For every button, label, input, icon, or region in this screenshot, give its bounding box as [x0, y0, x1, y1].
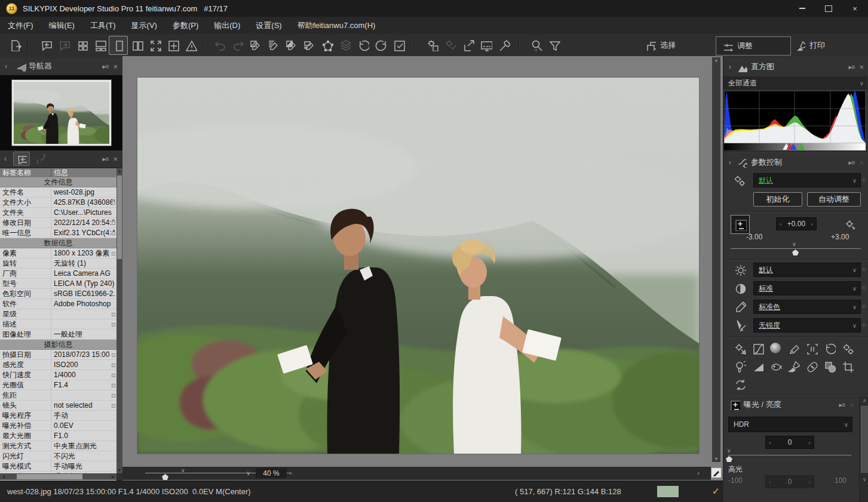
viewer-vertical-scrollbar[interactable]: ▲ ▼	[712, 57, 720, 462]
close-button[interactable]: ×	[842, 0, 868, 17]
partial-correction-button[interactable]	[282, 36, 300, 54]
menu-help[interactable]: 帮助feitianwu7.com(H)	[290, 20, 384, 31]
marker-tool-button[interactable]	[786, 340, 801, 356]
scroll-down-icon[interactable]: ▼	[712, 456, 720, 462]
exposure-bias-button[interactable]	[731, 215, 750, 234]
panel-close-icon[interactable]: ×	[113, 155, 118, 164]
hdr-spinner[interactable]: ‹ 0 ›	[765, 436, 814, 449]
spin-left-icon[interactable]: ‹	[766, 439, 774, 446]
panel-menu-icon[interactable]: ▸≡	[102, 155, 108, 163]
panel-menu-icon[interactable]: ▸≡	[839, 401, 845, 409]
fisheye-button[interactable]	[768, 358, 783, 374]
share-button[interactable]	[459, 36, 477, 54]
menu-tools[interactable]: 工具(T)	[82, 20, 124, 31]
hdr-slider-track[interactable]	[728, 455, 851, 455]
dodge-tool-button[interactable]	[732, 340, 747, 356]
highlight-spinner[interactable]: ‹ 0 ›	[765, 475, 814, 488]
panel-vertical-scrollbar[interactable]: ∧ ∨	[859, 396, 868, 502]
sharpness-select[interactable]: 无锐度 ∨	[753, 318, 861, 332]
scrollbar-thumb[interactable]	[117, 175, 122, 259]
scroll-up-icon[interactable]: ∧	[860, 398, 868, 404]
patch-tool-button[interactable]	[803, 358, 819, 374]
white-balance-select[interactable]: 默认 ∨	[753, 263, 861, 277]
collapse-right-icon[interactable]: ›	[723, 63, 737, 71]
hdr-slider-handle[interactable]	[726, 456, 732, 462]
export-button[interactable]	[6, 36, 24, 54]
print-mode-button[interactable]: 打印	[795, 36, 825, 54]
collapse-right-icon[interactable]: ›	[723, 158, 737, 167]
exposure-auto-icon[interactable]	[842, 216, 857, 232]
apply-params-button[interactable]	[441, 36, 459, 54]
collapse-left-icon[interactable]: ‹	[0, 155, 11, 163]
spin-right-icon[interactable]: ›	[805, 478, 814, 485]
text-frame-button[interactable]	[803, 340, 819, 356]
main-photo[interactable]	[137, 78, 699, 454]
scroll-up-icon[interactable]: ▲	[712, 57, 720, 63]
auto-adjust-button[interactable]: 自动调整	[807, 192, 861, 207]
zoom-slider-handle[interactable]	[162, 474, 168, 480]
crop-tool-button[interactable]	[839, 358, 855, 374]
preset-add-icon[interactable]: +	[861, 175, 866, 184]
polygon-select-button[interactable]	[318, 36, 336, 54]
menu-params[interactable]: 参数(P)	[165, 20, 206, 31]
exposure-slider-handle[interactable]	[792, 250, 799, 255]
tone-curve-button[interactable]	[750, 340, 765, 356]
menu-edit[interactable]: 编辑(E)	[41, 20, 82, 31]
brush-tool-button[interactable]	[786, 358, 801, 374]
soft-focus-button[interactable]	[768, 340, 783, 356]
hdr-mode-select[interactable]: HDR ∨	[728, 417, 852, 432]
scroll-right-icon[interactable]: ►	[110, 473, 116, 480]
thumbnail-view-button[interactable]	[73, 36, 91, 54]
scroll-right-icon[interactable]: ›	[697, 469, 700, 476]
gradation-filter-button[interactable]	[750, 358, 765, 374]
menu-output[interactable]: 输出(D)	[206, 20, 248, 31]
spin-right-icon[interactable]: ›	[805, 439, 814, 446]
initialize-button[interactable]: 初始化	[753, 192, 802, 207]
scroll-down-icon[interactable]: ∨	[860, 476, 868, 482]
shapes-tool-button[interactable]	[821, 358, 837, 374]
prev-image-button[interactable]	[37, 36, 55, 54]
exposure-slider-track[interactable]	[731, 248, 861, 249]
histogram-marker[interactable]	[798, 143, 805, 150]
contrast-select[interactable]: 标准 ∨	[753, 281, 861, 295]
zoom-dropdown-icon[interactable]: ∨	[246, 470, 250, 476]
rotate-left-button[interactable]	[354, 36, 372, 54]
info-vertical-scrollbar[interactable]: ▲ ▼	[116, 168, 122, 473]
panel-close-icon[interactable]: ×	[859, 63, 864, 72]
minimize-button[interactable]	[789, 0, 815, 17]
mark-check-button[interactable]	[389, 36, 407, 54]
add-icon[interactable]: +	[861, 264, 866, 274]
exposure-spinner[interactable]: ‹ +0.00 ›	[776, 217, 817, 230]
color-select[interactable]: 标准色 ∨	[753, 300, 861, 314]
adjust-mode-button[interactable]: 调整	[716, 36, 791, 56]
scroll-down-icon[interactable]: ▼	[116, 467, 122, 473]
fit-display-button[interactable]	[164, 36, 182, 54]
spin-left-icon[interactable]: ‹	[777, 220, 785, 227]
menu-view[interactable]: 显示(V)	[124, 20, 165, 31]
panel-close-icon[interactable]: ×	[849, 401, 854, 409]
panel-menu-icon[interactable]: ▸≡	[102, 63, 108, 70]
restore-params-button[interactable]	[821, 340, 837, 356]
select-mode-button[interactable]: 选择	[645, 36, 676, 54]
redo-button[interactable]	[228, 36, 246, 54]
settings-gears-button[interactable]	[839, 340, 855, 356]
undo-button[interactable]	[210, 36, 228, 54]
zoom-decrease-icon[interactable]: ‹	[290, 469, 292, 476]
info-horizontal-scrollbar[interactable]: ◄ ►	[0, 473, 116, 480]
gradation-tool-button[interactable]	[264, 36, 282, 54]
tab-properties[interactable]	[13, 152, 30, 166]
add-icon[interactable]: +	[861, 320, 866, 329]
menu-file[interactable]: 文件(F)	[0, 20, 41, 31]
display-settings-button[interactable]	[477, 36, 495, 54]
scroll-left-icon[interactable]: ◄	[1, 473, 7, 480]
menu-settings[interactable]: 设置(S)	[248, 20, 289, 31]
navigator-thumbnail[interactable]	[12, 80, 111, 146]
scroll-up-icon[interactable]: ▲	[116, 168, 122, 174]
loupe-button[interactable]	[527, 36, 545, 54]
histogram-channel-select[interactable]: 全部通道 ∨	[723, 76, 867, 90]
scrollbar-thumb[interactable]	[861, 406, 868, 473]
panel-menu-icon[interactable]: ▸≡	[848, 159, 854, 167]
preview-view-button[interactable]	[109, 36, 128, 55]
panel-close-icon[interactable]: ×	[859, 158, 864, 167]
panel-close-icon[interactable]: ×	[113, 62, 118, 71]
